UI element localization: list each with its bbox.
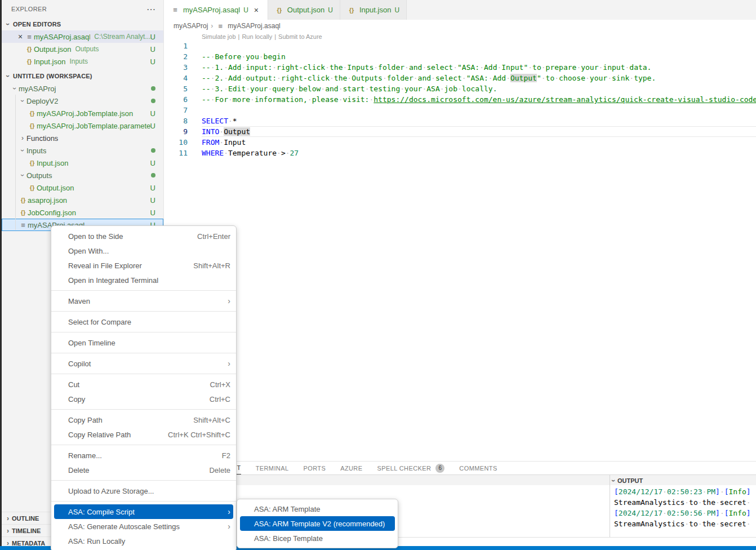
breadcrumb-project[interactable]: myASAProj	[174, 22, 208, 30]
menu-item-delete[interactable]: DeleteDelete	[51, 463, 236, 477]
open-editor-myasaproj-asaql[interactable]: ×≡myASAProj.asaqlC:\Stream Analyt...U	[2, 30, 163, 43]
menu-item-open-timeline[interactable]: Open Timeline	[51, 335, 236, 350]
close-icon[interactable]: ×	[16, 32, 25, 41]
code-line-7[interactable]: 7	[164, 105, 756, 116]
menu-separator	[51, 290, 236, 291]
tree-item-jobconfig-json[interactable]: {}JobConfig.jsonU	[2, 206, 163, 219]
panel-tab-azure[interactable]: AZURE	[340, 462, 362, 474]
json-file-icon: {}	[28, 110, 37, 117]
git-status-badge: U	[150, 196, 155, 205]
menu-item-label: Reveal in File Explorer	[68, 261, 142, 270]
output-section-header[interactable]: › OUTPUT	[610, 475, 643, 486]
code-editor[interactable]: 12--·Before·you·begin3--·1.·Add·input:·r…	[164, 41, 756, 158]
menu-item-rename[interactable]: Rename...F2	[51, 448, 236, 463]
menu-item-open-with[interactable]: Open With...	[51, 243, 236, 258]
tree-item-deployv2[interactable]: ›DeployV2	[2, 95, 163, 107]
menu-item-asa-bicep-template[interactable]: ASA: Bicep Template	[237, 531, 398, 545]
panel-tab-comments[interactable]: COMMENTS	[459, 462, 497, 474]
submenu-arrow-icon: ›	[228, 296, 230, 305]
tree-item-functions[interactable]: ›Functions	[2, 132, 163, 144]
code-line-11[interactable]: 11WHERE·Temperature·>·27	[164, 148, 756, 158]
open-editor-output-json[interactable]: {}Output.jsonOutputsU	[2, 43, 163, 55]
codelens-separator: |	[238, 33, 240, 40]
open-editors-header[interactable]: › OPEN EDITORS	[2, 18, 163, 30]
panel-tab-ports[interactable]: PORTS	[303, 462, 326, 474]
whitespace-dot: ·	[715, 498, 720, 507]
chevron-down-icon: ›	[610, 477, 617, 485]
close-icon[interactable]: ×	[252, 6, 261, 15]
menu-item-select-for-compare[interactable]: Select for Compare	[51, 314, 236, 329]
tree-item-inputs[interactable]: ›Inputs	[2, 144, 163, 157]
codelens-submit-to-azure[interactable]: Submit to Azure	[278, 33, 322, 40]
file-label: Input.json	[37, 159, 68, 167]
menu-item-asa-arm-template[interactable]: ASA: ARM Template	[237, 502, 398, 516]
whitespace-dot: ·	[506, 74, 510, 82]
menu-item-copy[interactable]: CopyCtrl+C	[51, 392, 236, 406]
tree-item-myasaproj[interactable]: ›myASAProj	[2, 82, 163, 95]
menu-item-open-in-integrated-terminal[interactable]: Open in Integrated Terminal	[51, 273, 236, 287]
code-line-1[interactable]: 1	[164, 41, 756, 51]
whitespace-dot: ·	[321, 85, 325, 93]
panel-tab-spell-checker[interactable]: SPELL CHECKER6	[377, 462, 444, 474]
code-text	[202, 105, 756, 116]
whitespace-dot: ·	[746, 520, 751, 528]
menu-item-asa-generate-autoscale-settings[interactable]: ASA: Generate Autoscale Settings›	[51, 519, 236, 534]
codelens-separator: |	[274, 33, 276, 40]
git-status-badge: U	[150, 45, 155, 54]
menu-item-open-to-the-side[interactable]: Open to the SideCtrl+Enter	[51, 229, 236, 243]
codelens-run-locally[interactable]: Run locally	[242, 33, 272, 40]
code-line-4[interactable]: 4--·2.·Add·output:·right-click·the·Outpu…	[164, 73, 756, 83]
whitespace-dot: ·	[308, 95, 312, 104]
tree-item-input-json[interactable]: {}Input.jsonU	[2, 157, 163, 169]
tab-myasaproj-asaql[interactable]: ≡myASAProj.asaqlU×	[164, 0, 268, 20]
tab-label: Output.json	[287, 6, 325, 14]
code-line-8[interactable]: 8SELECT·*	[164, 116, 756, 126]
whitespace-dot: ·	[211, 85, 215, 93]
code-line-10[interactable]: 10FROM·Input	[164, 137, 756, 148]
whitespace-dot: ·	[698, 498, 702, 507]
breadcrumb-file[interactable]: myASAProj.asaql	[228, 22, 280, 30]
menu-item-asa-arm-template-v2-recommended[interactable]: ASA: ARM Template V2 (recommended)	[240, 516, 395, 531]
menu-item-reveal-in-file-explorer[interactable]: Reveal in File ExplorerShift+Alt+R	[51, 258, 236, 273]
whitespace-dot: ·	[576, 63, 581, 72]
menu-item-copy-relative-path[interactable]: Copy Relative PathCtrl+K Ctrl+Shift+C	[51, 427, 236, 442]
whitespace-dot: ·	[404, 63, 409, 72]
code-line-3[interactable]: 3--·1.·Add·input:·right-click·the·Inputs…	[164, 62, 756, 73]
tree-item-myasaproj-jobtemplate-parameter[interactable]: {}myASAProj.JobTemplate.parameter...U	[2, 119, 163, 132]
workspace-header[interactable]: › UNTITLED (WORKSPACE)	[2, 70, 163, 82]
breadcrumb: myASAProj › ≡ myASAProj.asaql	[164, 20, 756, 32]
line-number: 3	[164, 62, 188, 73]
modified-dot-badge	[151, 148, 155, 153]
menu-item-maven[interactable]: Maven›	[51, 294, 236, 308]
tree-item-myasaproj-jobtemplate-json[interactable]: {}myASAProj.JobTemplate.jsonU	[2, 107, 163, 119]
menu-item-upload-to-azure-storage[interactable]: Upload to Azure Storage...	[51, 484, 236, 498]
tree-item-output-json[interactable]: {}Output.jsonU	[2, 181, 163, 194]
breadcrumb-separator-icon: ›	[211, 22, 213, 30]
menu-item-cut[interactable]: CutCtrl+X	[51, 377, 236, 392]
whitespace-dot: ·	[330, 74, 334, 82]
panel-tab-terminal[interactable]: TERMINAL	[256, 462, 289, 474]
whitespace-dot: ·	[250, 95, 255, 104]
more-actions-icon[interactable]: ⋯	[146, 4, 155, 15]
tree-item-outputs[interactable]: ›Outputs	[2, 169, 163, 181]
menu-separator	[51, 445, 236, 445]
tab-input-json[interactable]: {}Input.jsonU	[340, 0, 407, 20]
menu-item-label: Cut	[68, 380, 79, 389]
code-line-5[interactable]: 5--·3.·Edit·your·query·below·and·start·t…	[164, 83, 756, 94]
file-description: C:\Stream Analyt...	[94, 33, 150, 41]
menu-item-asa-compile-script[interactable]: ASA: Compile Script›	[54, 504, 233, 519]
line-number: 5	[164, 83, 188, 94]
menu-item-asa-run-locally[interactable]: ASA: Run Locally	[51, 534, 236, 548]
menu-item-copilot[interactable]: Copilot›	[51, 356, 236, 371]
tree-item-asaproj-json[interactable]: {}asaproj.jsonU	[2, 194, 163, 206]
code-line-2[interactable]: 2--·Before·you·begin	[164, 51, 756, 62]
tab-output-json[interactable]: {}Output.jsonU	[268, 0, 340, 20]
code-line-6[interactable]: 6--·For·more·information,·please·visit:·…	[164, 94, 756, 105]
code-line-9[interactable]: 9INTO·Output	[164, 126, 756, 137]
modified-dot-badge	[151, 99, 155, 103]
menu-item-copy-path[interactable]: Copy PathShift+Alt+C	[51, 412, 236, 427]
open-editor-input-json[interactable]: {}Input.jsonInputsU	[2, 55, 163, 68]
codelens-simulate-job[interactable]: Simulate job	[202, 33, 236, 40]
whitespace-dot: ·	[211, 52, 215, 61]
json-file-icon: {}	[28, 184, 37, 191]
